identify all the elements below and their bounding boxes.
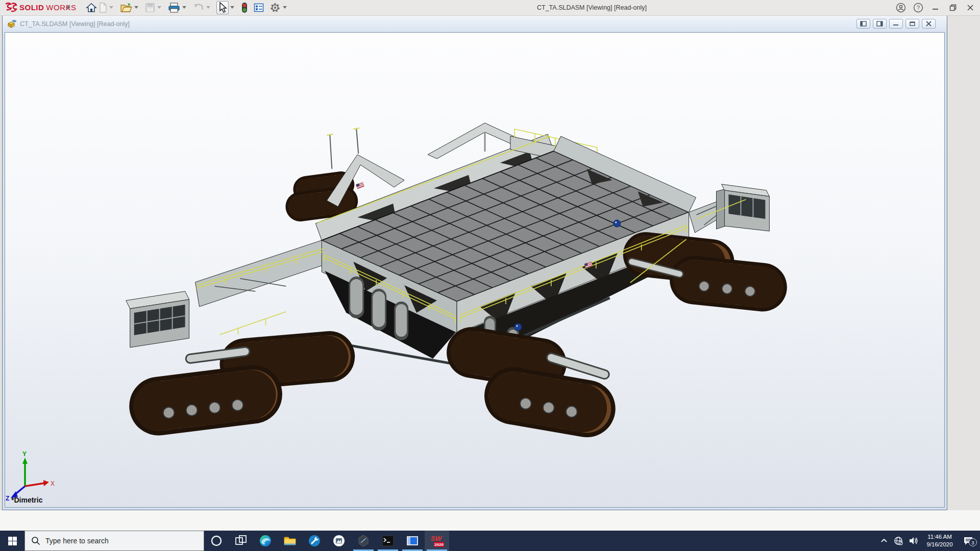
system-tray: 11:46 AM 9/16/2020 3 — [879, 531, 980, 551]
taskbar-app-edge[interactable] — [253, 531, 278, 551]
chevron-up-icon — [880, 537, 888, 545]
restore-icon — [949, 4, 957, 11]
tray-network-button[interactable] — [893, 535, 904, 546]
speaker-icon — [909, 536, 919, 545]
orientation-triad: Y X Z — [6, 450, 55, 502]
app-background-right — [948, 15, 980, 510]
quick-toolbar — [85, 1, 292, 14]
doc-close-button[interactable] — [922, 19, 936, 29]
document-window-controls — [856, 19, 936, 29]
taskbar-app-command-prompt[interactable] — [376, 531, 400, 551]
command-prompt-icon — [381, 534, 395, 547]
home-icon — [86, 3, 97, 13]
open-dropdown[interactable] — [133, 1, 139, 14]
save-dropdown[interactable] — [156, 1, 162, 14]
taskbar-app-photos[interactable] — [327, 531, 351, 551]
new-document-button[interactable] — [99, 1, 108, 14]
tray-chevron-button[interactable] — [879, 536, 889, 546]
model-render: Y X Z — [5, 33, 944, 507]
toolbar-expand-arrow[interactable] — [66, 4, 71, 10]
options-dropdown[interactable] — [282, 1, 288, 14]
model-left-cab — [126, 291, 189, 347]
axis-label-x: X — [51, 480, 55, 487]
svg-text:SW: SW — [431, 535, 443, 542]
file-explorer-icon — [283, 534, 297, 547]
taskbar-app-remote-window[interactable] — [400, 531, 425, 551]
new-document-dropdown[interactable] — [108, 1, 114, 14]
open-button[interactable] — [119, 1, 133, 14]
svg-text:?: ? — [917, 5, 920, 11]
split-pane-right-button[interactable] — [873, 19, 887, 29]
task-list-icon — [254, 3, 264, 13]
us-flag-decal — [356, 182, 364, 189]
undo-button[interactable] — [192, 1, 205, 14]
save-button[interactable] — [144, 1, 156, 14]
print-icon — [168, 3, 180, 13]
solidworks-logo: SOLIDWORKS — [4, 2, 77, 12]
document-titlebar[interactable]: CT_TA.SLDASM [Viewing] [Read-only] — [3, 16, 947, 32]
doc-minimize-button[interactable] — [889, 19, 903, 29]
tray-clock[interactable]: 11:46 AM 9/16/2020 — [923, 532, 956, 549]
edge-icon — [259, 534, 272, 547]
split-pane-left-button[interactable] — [856, 19, 870, 29]
options-button[interactable] — [269, 1, 281, 14]
undo-dropdown[interactable] — [205, 1, 211, 14]
axis-label-z: Z — [6, 495, 9, 502]
cortana-icon — [210, 535, 223, 547]
taskbar-app-task-view[interactable] — [229, 531, 253, 551]
brand-text-light: WORKS — [46, 3, 76, 12]
taskbar-search[interactable] — [24, 531, 204, 551]
tray-volume-button[interactable] — [908, 535, 920, 546]
taskbar-app-admin-console[interactable] — [302, 531, 327, 551]
taskbar-app-cortana[interactable] — [204, 531, 229, 551]
crawler-track-front-left — [159, 357, 330, 418]
wrench-circle-icon — [308, 534, 321, 547]
viewport-3d[interactable]: Y X Z *Dimetric — [5, 32, 945, 508]
assembly-icon — [7, 19, 17, 29]
brand-text-bold: SOLID — [19, 3, 44, 12]
remote-window-icon — [406, 534, 419, 547]
svg-text:2020: 2020 — [434, 542, 444, 547]
selection-filter-button[interactable] — [240, 1, 249, 14]
account-icon — [896, 3, 906, 13]
print-dropdown[interactable] — [181, 1, 187, 14]
titlebar-right-controls: ? — [892, 0, 979, 15]
doc-restore-button[interactable] — [905, 19, 919, 29]
gear-icon — [270, 2, 281, 13]
network-globe-icon — [894, 536, 903, 545]
search-icon — [31, 536, 40, 545]
select-cursor-icon — [217, 2, 228, 13]
tray-time: 11:46 AM — [924, 533, 955, 541]
crawler-track-right — [646, 255, 763, 296]
windows-logo-icon — [8, 537, 17, 545]
help-icon: ? — [913, 3, 923, 13]
app-titlebar: SOLIDWORKS — [0, 0, 980, 16]
document-title: CT_TA.SLDASM [Viewing] [Read-only] — [20, 20, 130, 28]
search-input[interactable] — [44, 536, 189, 545]
app-background-bottom — [0, 510, 980, 531]
notification-center-button[interactable]: 3 — [960, 535, 977, 547]
help-button[interactable]: ? — [910, 0, 927, 15]
solidworks-2020-icon: SW 2020 — [429, 534, 445, 548]
photos-icon — [332, 534, 346, 547]
solidworks-logo-icon — [4, 2, 17, 12]
traffic-light-icon — [241, 2, 248, 13]
minimize-button[interactable] — [927, 0, 944, 15]
taskbar-app-solidworks-2020[interactable]: SW 2020 — [425, 531, 449, 551]
task-list-button[interactable] — [253, 1, 264, 14]
new-document-icon — [99, 3, 107, 13]
document-window: CT_TA.SLDASM [Viewing] [Read-only] — [2, 15, 947, 510]
select-button[interactable] — [216, 1, 229, 14]
print-button[interactable] — [167, 1, 181, 14]
home-button[interactable] — [85, 1, 97, 14]
account-button[interactable] — [892, 0, 910, 15]
save-icon — [145, 3, 155, 13]
taskbar-app-hex-utility[interactable] — [351, 531, 376, 551]
start-button[interactable] — [0, 531, 24, 551]
restore-button[interactable] — [944, 0, 962, 15]
axis-label-y: Y — [22, 450, 27, 458]
select-dropdown[interactable] — [229, 1, 235, 14]
notification-count-badge: 3 — [969, 538, 977, 546]
taskbar-app-file-explorer[interactable] — [278, 531, 302, 551]
close-button[interactable] — [962, 0, 979, 15]
